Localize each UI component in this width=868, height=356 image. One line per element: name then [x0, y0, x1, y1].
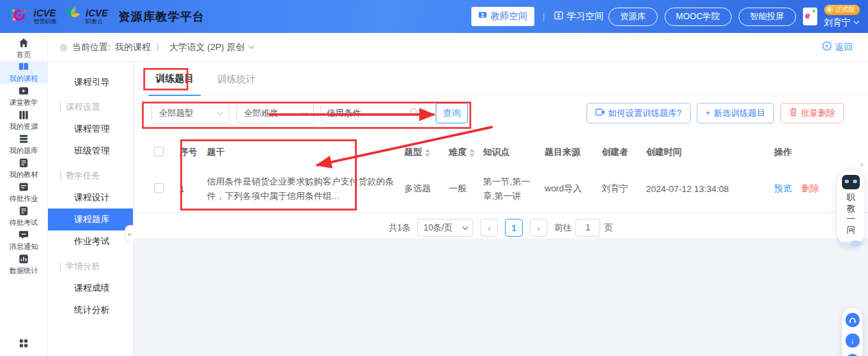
main-panel: 训练题目 训练统计 全部题型 全部难度 查询 如何设置训练题库? + [134, 62, 868, 238]
close-icon[interactable]: × [860, 161, 864, 169]
question-type-select[interactable]: 全部题型 [151, 103, 230, 123]
chevron-down-icon [462, 224, 468, 229]
submenu-item-course-management[interactable]: 课程管理 [48, 118, 133, 140]
assistant-widget[interactable]: × 职 教 一 问 [837, 169, 865, 246]
robot-icon [842, 175, 860, 189]
question-type-value: 全部题型 [159, 108, 193, 119]
select-all-checkbox[interactable] [154, 147, 164, 156]
username: 刘育宁 [824, 16, 851, 29]
page-1-button[interactable]: 1 [505, 219, 523, 237]
chevron-down-icon[interactable] [249, 43, 254, 49]
teacher-space-button[interactable]: 教师空间 [471, 7, 534, 26]
student-space-button[interactable]: 学习空间 [553, 7, 605, 26]
user-menu[interactable]: 刘育宁 [824, 16, 858, 29]
how-to-setup-label: 如何设置训练题库? [608, 108, 682, 119]
how-to-setup-button[interactable]: 如何设置训练题库? [586, 103, 691, 123]
submenu-item-course-question-bank[interactable]: 课程题库 [48, 209, 133, 230]
cell-created-time: 2024-07-12 13:34:08 [643, 184, 771, 194]
icon-sidebar: 首页 我的课程 课堂教学 我的资源 我的题库 我的教材 待批作业 待批考试 [0, 33, 48, 356]
col-actions: 操作 [771, 146, 868, 158]
table-action-buttons: 如何设置训练题库? + 新选训练题目 批量删除 [586, 103, 844, 123]
add-training-questions-button[interactable]: + 新选训练题目 [697, 103, 774, 123]
submenu-item-homework-exam[interactable]: 作业考试 [48, 230, 133, 252]
search-icon [410, 107, 419, 119]
back-button[interactable]: 返回 [822, 41, 853, 54]
mini-doc-icon[interactable]: e [803, 8, 817, 25]
trash-icon [789, 108, 797, 119]
page-size-value: 10条/页 [423, 222, 452, 234]
sidebar-item-my-courses[interactable]: 我的课程 [0, 61, 47, 84]
add-training-questions-label: 新选训练题目 [714, 108, 765, 119]
page-size-select[interactable]: 10条/页 [417, 219, 473, 237]
sidebar-item-home[interactable]: 首页 [0, 37, 47, 60]
version-badge-label: 正式版 [836, 5, 856, 14]
sidebar-item-apps[interactable] [0, 332, 47, 355]
mooc-college-link[interactable]: MOOC学院 [665, 8, 732, 26]
col-type[interactable]: 题型 [401, 146, 445, 158]
sidebar-item-pending-homework[interactable]: 待批作业 [0, 181, 47, 204]
back-label: 返回 [835, 41, 853, 54]
submenu-item-class-management[interactable]: 班级管理 [48, 140, 133, 162]
homework-icon [18, 181, 29, 193]
logo-secondary-text: iCVE 职教云 [86, 8, 108, 25]
sort-icon[interactable] [425, 149, 430, 157]
download-icon[interactable]: ↓ [845, 333, 860, 348]
submenu-item-course-guide[interactable]: 课程引导 [48, 71, 133, 93]
top-header: iCVE 智慧职教 iCVE 职教云 资源库教学平台 教师 [0, 0, 868, 33]
sidebar-collapse-handle[interactable]: « [125, 225, 134, 243]
pagination: 共1条 10条/页 ‹ 1 › 前往 页 [134, 218, 868, 237]
customer-service-icon[interactable] [845, 313, 860, 327]
keyword-input[interactable] [327, 108, 410, 118]
medal-icon: ★ [826, 6, 834, 14]
sidebar-item-my-question-bank[interactable]: 我的题库 [0, 133, 47, 156]
sidebar-item-pending-exams[interactable]: 待批考试 [0, 205, 47, 228]
submenu-item-course-design[interactable]: 课程设计 [48, 187, 133, 209]
sidebar-item-my-resources[interactable]: 我的资源 [0, 109, 47, 132]
version-badge: ★ 正式版 [824, 5, 860, 15]
cloud-decoration [839, 237, 863, 250]
sort-icon[interactable] [469, 149, 475, 157]
sidebar-item-label: 我的教材 [10, 170, 38, 180]
next-page-button[interactable]: › [530, 219, 547, 237]
cell-stem: 信用条件是销货企业要求赊购客户支付货款的条件，下列各项中属于信用条件组... [203, 174, 401, 204]
delete-link[interactable]: 删除 [802, 183, 819, 193]
tab-training-statistics[interactable]: 训练统计 [210, 73, 262, 95]
query-button[interactable]: 查询 [436, 103, 468, 123]
col-difficulty[interactable]: 难度 [445, 146, 480, 158]
header-right: 资源库 MOOC学院 智能投屏 e ★ 正式版 刘育宁 [608, 0, 860, 33]
cell-index: 1 [176, 184, 203, 194]
sidebar-item-classroom-teaching[interactable]: 课堂教学 [0, 85, 47, 108]
goto-page-input[interactable] [575, 219, 600, 237]
sidebar-item-data-statistics[interactable]: 数据统计 [0, 253, 47, 276]
breadcrumb-bar: ◎ 当前位置: 我的课程 〉 大学语文 (2P) 原创 返回 [48, 33, 868, 62]
smart-cast-link[interactable]: 智能投屏 [739, 8, 796, 26]
breadcrumb-current[interactable]: 大学语文 (2P) 原创 [169, 41, 245, 54]
difficulty-select[interactable]: 全部难度 [236, 103, 314, 123]
breadcrumb-prefix: 当前位置: [72, 41, 110, 54]
sidebar-item-my-textbooks[interactable]: 我的教材 [0, 157, 47, 180]
row-checkbox[interactable] [154, 183, 164, 193]
student-space-icon [554, 11, 563, 22]
resource-library-link[interactable]: 资源库 [608, 8, 658, 26]
sidebar-item-label: 数据统计 [10, 266, 38, 276]
preview-link[interactable]: 预览 [774, 183, 792, 193]
logo-primary-text: iCVE 智慧职教 [34, 8, 57, 25]
sidebar-item-message-notifications[interactable]: 消息通知 [0, 229, 47, 252]
submenu-header-course-settings: 课程设置 [48, 96, 133, 118]
video-help-icon [595, 108, 605, 118]
tab-training-questions[interactable]: 训练题目 [149, 73, 201, 96]
breadcrumb-path[interactable]: 我的课程 [115, 41, 151, 54]
app-root: iCVE 智慧职教 iCVE 职教云 资源库教学平台 教师 [0, 0, 868, 356]
bulk-delete-button[interactable]: 批量删除 [780, 103, 844, 123]
submenu-header-teaching-tasks: 教学任务 [48, 165, 133, 187]
teacher-space-icon [478, 11, 487, 22]
prev-page-button[interactable]: ‹ [480, 219, 498, 237]
submenu-item-statistics-analysis[interactable]: 统计分析 [48, 299, 133, 321]
submenu-item-course-grades[interactable]: 课程成绩 [48, 277, 133, 299]
icve-shell-logo-icon [62, 5, 81, 27]
col-stem: 题干 [203, 146, 401, 158]
chevron-down-icon [853, 19, 858, 24]
sidebar-item-label: 待批作业 [10, 194, 38, 204]
sidebar-item-label: 消息通知 [10, 242, 38, 252]
col-knowledge: 知识点 [480, 146, 541, 158]
